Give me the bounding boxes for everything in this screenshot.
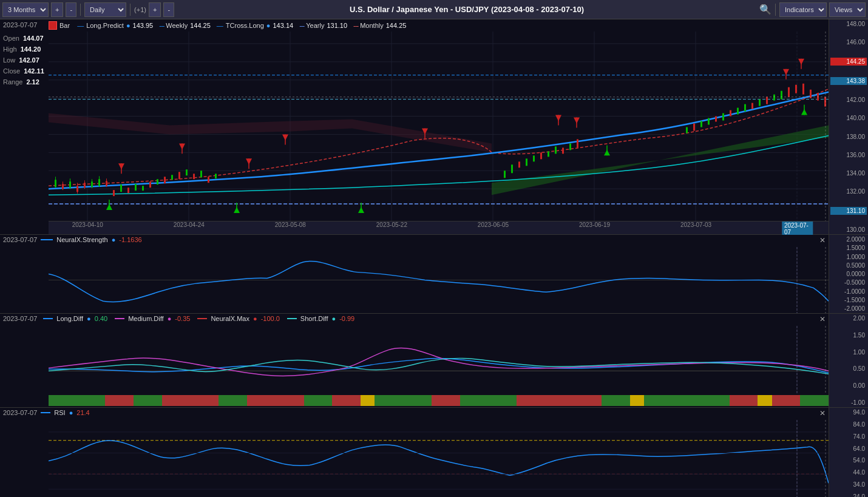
colorbar-red8	[772, 395, 801, 406]
svg-rect-92	[693, 124, 695, 131]
svg-rect-76	[193, 174, 195, 179]
date-0410: 2023-04-10	[72, 221, 103, 228]
svg-rect-87	[555, 146, 557, 154]
svg-rect-68	[135, 184, 137, 191]
period-select[interactable]: 3 Months 1 Day 1 Week 1 Month 6 Months 1…	[2, 2, 49, 17]
panel2-y-axis: 2.00 1.50 1.00 0.50 0.00 -1.00	[829, 314, 868, 407]
ohlc-high-row: High 144.20	[3, 44, 44, 55]
svg-rect-78	[208, 177, 209, 183]
svg-rect-101	[759, 100, 761, 106]
y-2.0000: 2.0000	[830, 236, 867, 243]
svg-rect-83	[526, 158, 527, 166]
panel2-shortdiff-val: -0.99	[339, 315, 354, 322]
svg-rect-72	[164, 177, 166, 183]
svg-rect-85	[540, 152, 542, 159]
panel2-neuralmax-dot: ●	[253, 315, 257, 322]
svg-rect-90	[577, 139, 578, 147]
panel1-close-btn[interactable]: ✕	[819, 236, 826, 245]
low-value: 142.07	[19, 55, 39, 66]
offset-label: (+1)	[134, 6, 146, 13]
panel3-rsi-line	[41, 412, 50, 413]
svg-rect-99	[744, 104, 746, 112]
diff-panel: 2023-07-07 Long.Diff ● 0.40 Medium.Diff …	[0, 314, 868, 408]
panel2-shortdiff-line	[287, 318, 297, 319]
monthly-label: Monthly	[360, 22, 384, 29]
range-label: Range	[3, 76, 22, 87]
svg-rect-103	[773, 95, 775, 101]
panel3-close-btn[interactable]: ✕	[819, 409, 826, 418]
panel2-color-bar	[49, 395, 829, 406]
p3-y-84: 84.0	[830, 421, 867, 428]
y--0.5000: -0.5000	[830, 279, 867, 286]
svg-rect-91	[686, 127, 688, 133]
indicators-select[interactable]: Indicators	[779, 2, 827, 17]
date-0619: 2023-06-19	[579, 221, 610, 228]
svg-rect-73	[171, 175, 173, 180]
panel2-mediumdiff-name: Medium.Diff	[128, 315, 163, 322]
svg-rect-105	[788, 87, 790, 97]
svg-rect-86	[548, 151, 549, 157]
interval-select[interactable]: Daily Weekly Monthly	[84, 2, 126, 17]
svg-rect-94	[708, 118, 710, 125]
remove-period-btn[interactable]: -	[66, 2, 76, 17]
tcross-value: 143.14	[273, 22, 293, 29]
p2-y-2: 2.00	[830, 315, 867, 322]
rsi-panel: 2023-07-07 RSI ● 21.4 ▼ ✕ 94.0 84.0 74.0…	[0, 408, 868, 497]
high-label: High	[3, 44, 17, 55]
add-period-btn[interactable]: +	[51, 2, 63, 17]
bar-label: Bar	[59, 22, 70, 29]
panel2-longdiff-line	[43, 318, 53, 319]
colorbar-green3	[219, 395, 247, 406]
price-136: 136.00	[830, 152, 867, 158]
search-button[interactable]: 🔍	[759, 4, 771, 15]
open-value: 144.07	[23, 33, 44, 44]
colorbar-red2	[162, 395, 219, 406]
separator-1	[80, 4, 81, 16]
svg-rect-97	[730, 110, 731, 117]
price-134: 134.00	[830, 170, 867, 177]
svg-rect-98	[737, 108, 739, 115]
price-14425-highlight: 144.25	[830, 58, 867, 66]
p3-y-24: 24.0	[830, 493, 867, 497]
price-148: 148.00	[830, 21, 867, 27]
separator-3	[775, 4, 776, 16]
panel2-longdiff-val: 0.40	[95, 315, 107, 322]
long-predict-dot: ●	[126, 22, 131, 29]
panel2-shortdiff-name: Short.Diff	[300, 315, 328, 322]
bar-type-label: Bar — Long.Predict ● 143.95 - - - Weekly…	[49, 21, 406, 30]
y-1.0000: 1.0000	[830, 254, 867, 260]
panel3-date: 2023-07-07	[3, 409, 37, 416]
svg-rect-100	[751, 103, 753, 109]
panel2-neuralmax-val: -100.0	[261, 315, 280, 322]
views-select[interactable]: Views	[829, 2, 866, 17]
expand-chart-btn[interactable]: +	[149, 2, 161, 17]
yearly-label: Yearly	[306, 22, 324, 29]
chart-title: U.S. Dollar / Japanese Yen - USD/JPY (20…	[177, 5, 757, 14]
panel1-svg	[49, 247, 829, 313]
svg-rect-77	[200, 171, 202, 177]
close-label: Close	[3, 66, 20, 76]
panel3-indicator-name: RSI	[54, 409, 65, 416]
range-value: 2.12	[26, 76, 39, 87]
colorbar-red6	[517, 395, 602, 406]
svg-rect-89	[569, 143, 571, 150]
panel2-close-btn[interactable]: ✕	[819, 315, 826, 323]
p3-y-44: 44.0	[830, 469, 867, 476]
panel3-value: 21.4	[76, 409, 89, 416]
y--1.0000: -1.0000	[830, 288, 867, 295]
svg-rect-93	[700, 121, 702, 127]
compress-chart-btn[interactable]: -	[163, 2, 174, 17]
colorbar-green2	[134, 395, 162, 406]
panel1-header: 2023-07-07 NeuralX.Strength ● -1.1636	[3, 236, 142, 243]
date-0508: 2023-05-08	[275, 221, 306, 228]
panel3-header: 2023-07-07 RSI ● 21.4	[3, 409, 90, 416]
panel2-neuralmax-line	[197, 318, 207, 319]
p3-y-94: 94.0	[830, 409, 867, 416]
panel2-mediumdiff-dot: ●	[168, 315, 172, 322]
price-14338-highlight: 143.38	[830, 77, 867, 85]
svg-rect-74	[178, 172, 180, 179]
p3-y-64: 64.0	[830, 445, 867, 452]
colorbar-red7	[730, 395, 758, 406]
long-predict-label: Long.Predict	[86, 22, 124, 29]
colorbar-green6	[460, 395, 517, 406]
